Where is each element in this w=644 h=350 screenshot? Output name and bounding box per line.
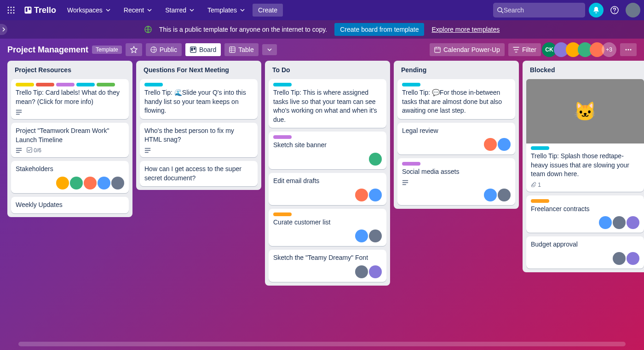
card-title: Trello Tip: 💬For those in-between tasks … [402,88,511,115]
calendar-powerup-button[interactable]: Calendar Power-Up [430,43,505,56]
list-title[interactable]: Blocked [526,64,644,75]
more-icon [625,46,632,53]
card[interactable]: Trello Tip: Card labels! What do they me… [11,79,129,119]
trello-logo[interactable]: Trello [20,6,60,15]
card[interactable]: Sketch the "Teamy Dreamy" Font [269,250,386,282]
top-nav-left: Trello Workspaces Recent Starred Templat… [4,3,283,17]
card-title: Stakeholders [16,165,124,174]
label-sky[interactable] [273,83,292,86]
label-orange[interactable] [273,212,292,216]
create-button[interactable]: Create [253,4,283,17]
label-green[interactable] [97,83,115,86]
member-avatar[interactable] [498,189,511,201]
member-avatar[interactable] [627,216,639,229]
card[interactable]: Edit email drafts [269,173,386,205]
template-banner: This is a public template for anyone on … [0,20,644,39]
member-avatar[interactable] [369,230,382,242]
starred-menu[interactable]: Starred [160,4,200,17]
card[interactable]: Freelancer contracts [526,195,644,233]
star-button[interactable] [126,43,142,56]
card[interactable]: Trello Tip: This is where assigned tasks… [269,79,386,128]
member-avatar[interactable] [627,252,639,265]
svg-rect-24 [16,110,22,111]
label-orange[interactable] [531,199,549,203]
help-button[interactable] [607,3,622,17]
label-red[interactable] [36,83,54,86]
card[interactable]: Trello Tip: 🌊Slide your Q's into this ha… [140,79,258,119]
card[interactable]: Budget approval [526,236,644,269]
apps-launcher-icon[interactable] [4,3,18,17]
drawer-toggle[interactable] [0,24,7,35]
member-avatar[interactable] [70,177,83,189]
explore-templates-link[interactable]: Explore more templates [431,26,500,33]
card-title: Who's the best person to fix my HTML sna… [144,126,253,144]
label-sky[interactable] [144,83,163,86]
card-labels [273,212,382,216]
list-title[interactable]: Project Resources [11,64,129,75]
member-avatar[interactable] [498,138,511,151]
card[interactable]: 🐱Trello Tip: Splash those redtape-heavy … [526,79,644,192]
card[interactable]: How can I get access to the super secret… [140,161,258,186]
card[interactable]: Project "Teamwork Dream Work" Launch Tim… [11,123,129,157]
search-box[interactable] [493,3,585,17]
label-yellow[interactable] [16,83,34,86]
card[interactable]: Stakeholders [11,161,129,193]
more-members-button[interactable]: +3 [602,42,616,57]
search-input[interactable] [504,6,581,14]
board-title[interactable]: Project Management [7,45,88,55]
notifications-button[interactable] [589,3,604,17]
label-sky[interactable] [402,83,420,86]
card[interactable]: Sketch site banner [269,132,386,169]
member-avatar[interactable] [369,153,382,166]
member-avatar[interactable] [369,189,382,201]
svg-point-4 [11,10,12,11]
member-avatar[interactable] [613,216,626,229]
card-title: Curate customer list [273,218,382,227]
member-avatar[interactable] [98,177,110,189]
card[interactable]: Curate customer list [269,209,386,247]
card[interactable]: Legal review [397,123,515,155]
view-switcher-button[interactable] [262,44,277,55]
card-labels [273,83,382,86]
card[interactable]: Trello Tip: 💬For those in-between tasks … [397,79,515,119]
member-avatar[interactable] [84,177,97,189]
member-avatar[interactable] [599,216,612,229]
create-from-template-button[interactable]: Create board from template [334,23,424,36]
board-view-button[interactable]: Board [185,43,221,56]
board-menu-button[interactable] [620,43,637,56]
label-sky[interactable] [531,146,549,150]
recent-menu[interactable]: Recent [118,4,158,17]
member-avatar[interactable] [355,265,368,278]
description-icon [144,147,151,154]
filter-button[interactable]: Filter [508,43,541,56]
card[interactable]: Weekly Updates [11,197,129,213]
description-icon [16,109,22,115]
list: To DoTrello Tip: This is where assigned … [265,61,390,286]
member-avatar[interactable] [484,189,497,201]
workspaces-menu[interactable]: Workspaces [62,4,116,17]
board-members[interactable]: CK +3 [545,42,616,57]
label-sky[interactable] [76,83,95,86]
member-avatar[interactable] [484,138,497,151]
user-avatar[interactable] [626,3,640,17]
label-purple[interactable] [56,83,75,86]
label-purple[interactable] [273,135,292,139]
board-canvas[interactable]: Project ResourcesTrello Tip: Card labels… [0,61,644,350]
list-title[interactable]: To Do [269,64,386,75]
table-view-button[interactable]: Table [224,43,258,56]
member-avatar[interactable] [111,177,124,189]
member-avatar[interactable] [355,189,368,201]
list-title[interactable]: Pending [397,64,515,75]
card[interactable]: Social media assets [397,158,515,205]
horizontal-scrollbar[interactable] [18,342,626,346]
member-avatar[interactable] [369,265,382,278]
templates-menu[interactable]: Templates [202,4,251,17]
card[interactable]: Who's the best person to fix my HTML sna… [140,123,258,157]
visibility-button[interactable]: Public [146,43,182,56]
member-avatar[interactable] [613,252,626,265]
label-purple[interactable] [402,162,420,166]
member-avatar[interactable] [355,230,368,242]
member-avatar[interactable] [56,177,69,189]
list-title[interactable]: Questions For Next Meeting [140,64,258,75]
svg-rect-10 [26,8,28,12]
